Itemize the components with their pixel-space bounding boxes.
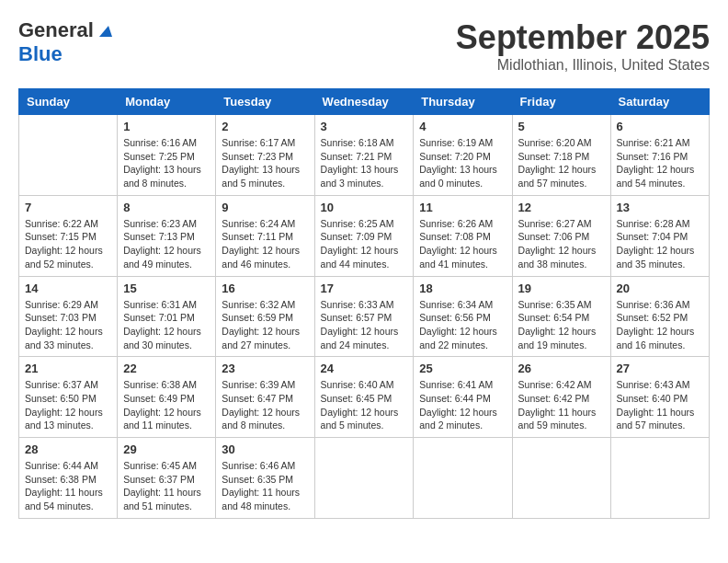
day-number: 10 xyxy=(321,201,408,214)
day-info: Sunrise: 6:27 AMSunset: 7:06 PMDaylight:… xyxy=(518,217,605,271)
day-number: 17 xyxy=(321,282,408,295)
month-title: September 2025 xyxy=(456,18,710,57)
calendar-cell: 2Sunrise: 6:17 AMSunset: 7:23 PMDaylight… xyxy=(216,115,314,196)
day-number: 11 xyxy=(419,201,506,214)
day-number: 12 xyxy=(518,201,605,214)
day-number: 3 xyxy=(321,120,408,133)
calendar-cell: 11Sunrise: 6:26 AMSunset: 7:08 PMDayligh… xyxy=(414,195,512,276)
calendar-cell: 14Sunrise: 6:29 AMSunset: 7:03 PMDayligh… xyxy=(19,276,118,357)
day-info: Sunrise: 6:43 AMSunset: 6:40 PMDaylight:… xyxy=(617,378,703,432)
day-number: 25 xyxy=(419,362,506,375)
day-info: Sunrise: 6:25 AMSunset: 7:09 PMDaylight:… xyxy=(321,217,408,271)
day-number: 13 xyxy=(617,201,703,214)
day-info: Sunrise: 6:24 AMSunset: 7:11 PMDaylight:… xyxy=(222,217,308,271)
calendar-cell xyxy=(610,438,709,519)
day-info: Sunrise: 6:45 AMSunset: 6:37 PMDaylight:… xyxy=(123,459,210,513)
calendar-cell: 8Sunrise: 6:23 AMSunset: 7:13 PMDaylight… xyxy=(118,195,216,276)
svg-marker-0 xyxy=(99,26,112,37)
location: Midlothian, Illinois, United States xyxy=(456,57,710,74)
day-info: Sunrise: 6:16 AMSunset: 7:25 PMDaylight:… xyxy=(123,136,210,190)
page-header: General Blue September 2025 Midlothian, … xyxy=(18,18,710,74)
day-number: 23 xyxy=(222,362,308,375)
day-info: Sunrise: 6:34 AMSunset: 6:56 PMDaylight:… xyxy=(419,298,506,352)
day-info: Sunrise: 6:29 AMSunset: 7:03 PMDaylight:… xyxy=(25,298,111,352)
day-info: Sunrise: 6:40 AMSunset: 6:45 PMDaylight:… xyxy=(321,378,408,432)
day-number: 16 xyxy=(222,282,308,295)
day-info: Sunrise: 6:21 AMSunset: 7:16 PMDaylight:… xyxy=(617,136,703,190)
calendar-cell: 26Sunrise: 6:42 AMSunset: 6:42 PMDayligh… xyxy=(512,357,610,438)
weekday-header: Tuesday xyxy=(216,89,314,115)
weekday-header: Saturday xyxy=(610,89,709,115)
logo: General Blue xyxy=(18,18,112,66)
weekday-header: Wednesday xyxy=(314,89,414,115)
day-number: 18 xyxy=(419,282,506,295)
calendar-cell: 17Sunrise: 6:33 AMSunset: 6:57 PMDayligh… xyxy=(314,276,414,357)
day-number: 6 xyxy=(617,120,703,133)
calendar-cell: 15Sunrise: 6:31 AMSunset: 7:01 PMDayligh… xyxy=(118,276,216,357)
calendar-cell: 20Sunrise: 6:36 AMSunset: 6:52 PMDayligh… xyxy=(610,276,709,357)
day-number: 22 xyxy=(123,362,210,375)
day-number: 21 xyxy=(25,362,111,375)
logo-blue: Blue xyxy=(18,42,63,65)
day-info: Sunrise: 6:37 AMSunset: 6:50 PMDaylight:… xyxy=(25,378,111,432)
weekday-header: Sunday xyxy=(19,89,118,115)
calendar-week-row: 14Sunrise: 6:29 AMSunset: 7:03 PMDayligh… xyxy=(19,276,710,357)
day-info: Sunrise: 6:18 AMSunset: 7:21 PMDaylight:… xyxy=(321,136,408,190)
weekday-header: Friday xyxy=(512,89,610,115)
day-number: 24 xyxy=(321,362,408,375)
day-number: 28 xyxy=(25,442,111,456)
day-info: Sunrise: 6:38 AMSunset: 6:49 PMDaylight:… xyxy=(123,378,210,432)
calendar-cell: 22Sunrise: 6:38 AMSunset: 6:49 PMDayligh… xyxy=(118,357,216,438)
day-number: 27 xyxy=(617,362,703,375)
calendar-cell: 24Sunrise: 6:40 AMSunset: 6:45 PMDayligh… xyxy=(314,357,414,438)
day-number: 7 xyxy=(25,201,111,214)
calendar-cell: 10Sunrise: 6:25 AMSunset: 7:09 PMDayligh… xyxy=(314,195,414,276)
calendar-cell: 18Sunrise: 6:34 AMSunset: 6:56 PMDayligh… xyxy=(414,276,512,357)
calendar-cell: 29Sunrise: 6:45 AMSunset: 6:37 PMDayligh… xyxy=(118,438,216,519)
calendar-cell: 9Sunrise: 6:24 AMSunset: 7:11 PMDaylight… xyxy=(216,195,314,276)
weekday-header: Thursday xyxy=(414,89,512,115)
calendar-cell: 5Sunrise: 6:20 AMSunset: 7:18 PMDaylight… xyxy=(512,115,610,196)
weekday-header: Monday xyxy=(118,89,216,115)
day-number: 14 xyxy=(25,282,111,295)
calendar-cell: 23Sunrise: 6:39 AMSunset: 6:47 PMDayligh… xyxy=(216,357,314,438)
day-number: 15 xyxy=(123,282,210,295)
calendar-cell: 12Sunrise: 6:27 AMSunset: 7:06 PMDayligh… xyxy=(512,195,610,276)
day-number: 4 xyxy=(419,120,506,133)
day-number: 8 xyxy=(123,201,210,214)
calendar-cell: 25Sunrise: 6:41 AMSunset: 6:44 PMDayligh… xyxy=(414,357,512,438)
calendar-cell xyxy=(19,115,118,196)
calendar-table: SundayMondayTuesdayWednesdayThursdayFrid… xyxy=(18,88,710,519)
day-info: Sunrise: 6:42 AMSunset: 6:42 PMDaylight:… xyxy=(518,378,605,432)
day-number: 26 xyxy=(518,362,605,375)
day-info: Sunrise: 6:17 AMSunset: 7:23 PMDaylight:… xyxy=(222,136,308,190)
calendar-cell: 6Sunrise: 6:21 AMSunset: 7:16 PMDaylight… xyxy=(610,115,709,196)
calendar-week-row: 21Sunrise: 6:37 AMSunset: 6:50 PMDayligh… xyxy=(19,357,710,438)
title-section: September 2025 Midlothian, Illinois, Uni… xyxy=(456,18,710,74)
day-number: 9 xyxy=(222,201,308,214)
day-info: Sunrise: 6:26 AMSunset: 7:08 PMDaylight:… xyxy=(419,217,506,271)
day-info: Sunrise: 6:20 AMSunset: 7:18 PMDaylight:… xyxy=(518,136,605,190)
day-info: Sunrise: 6:35 AMSunset: 6:54 PMDaylight:… xyxy=(518,298,605,352)
calendar-cell: 28Sunrise: 6:44 AMSunset: 6:38 PMDayligh… xyxy=(19,438,118,519)
calendar-cell: 19Sunrise: 6:35 AMSunset: 6:54 PMDayligh… xyxy=(512,276,610,357)
calendar-cell xyxy=(512,438,610,519)
calendar-cell: 16Sunrise: 6:32 AMSunset: 6:59 PMDayligh… xyxy=(216,276,314,357)
calendar-header-row: SundayMondayTuesdayWednesdayThursdayFrid… xyxy=(19,89,710,115)
day-info: Sunrise: 6:19 AMSunset: 7:20 PMDaylight:… xyxy=(419,136,506,190)
calendar-cell: 4Sunrise: 6:19 AMSunset: 7:20 PMDaylight… xyxy=(414,115,512,196)
day-info: Sunrise: 6:46 AMSunset: 6:35 PMDaylight:… xyxy=(222,459,308,513)
day-info: Sunrise: 6:44 AMSunset: 6:38 PMDaylight:… xyxy=(25,459,111,513)
day-number: 1 xyxy=(123,120,210,133)
day-number: 29 xyxy=(123,442,210,456)
logo-icon xyxy=(96,22,112,39)
day-info: Sunrise: 6:23 AMSunset: 7:13 PMDaylight:… xyxy=(123,217,210,271)
logo-general: General xyxy=(18,18,94,42)
calendar-cell: 30Sunrise: 6:46 AMSunset: 6:35 PMDayligh… xyxy=(216,438,314,519)
calendar-week-row: 28Sunrise: 6:44 AMSunset: 6:38 PMDayligh… xyxy=(19,438,710,519)
calendar-cell: 1Sunrise: 6:16 AMSunset: 7:25 PMDaylight… xyxy=(118,115,216,196)
day-info: Sunrise: 6:39 AMSunset: 6:47 PMDaylight:… xyxy=(222,378,308,432)
calendar-cell xyxy=(314,438,414,519)
day-number: 30 xyxy=(222,442,308,456)
day-info: Sunrise: 6:32 AMSunset: 6:59 PMDaylight:… xyxy=(222,298,308,352)
